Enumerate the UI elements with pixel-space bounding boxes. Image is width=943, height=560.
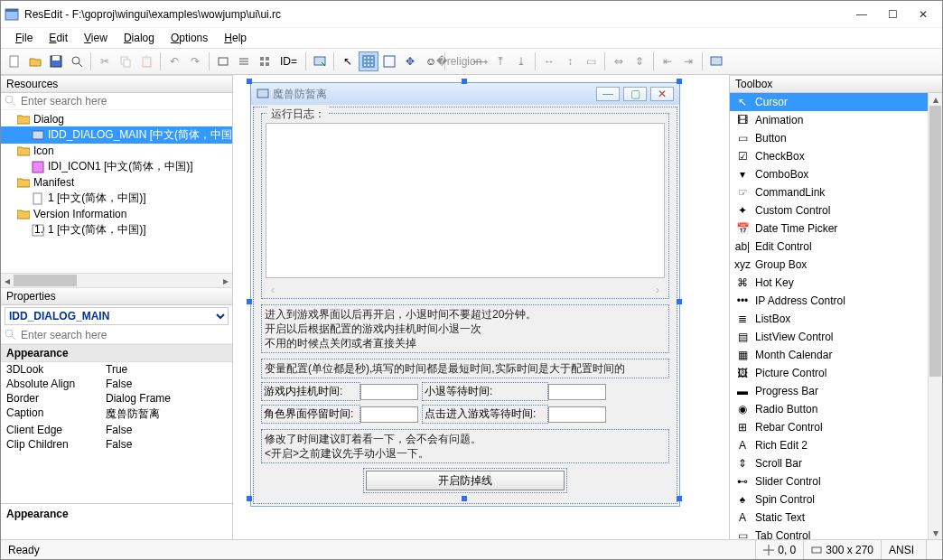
- tab-order-icon[interactable]: [706, 51, 726, 71]
- close-button[interactable]: ✕: [908, 5, 938, 24]
- handle-sw[interactable]: [247, 496, 252, 501]
- properties-selector[interactable]: IDD_DIALOG_MAIN: [5, 307, 229, 325]
- log-scroll-left[interactable]: ‹: [271, 284, 275, 296]
- scroll-left-icon[interactable]: ◂: [1, 274, 14, 287]
- tree-version[interactable]: Version Information: [1, 207, 232, 221]
- new-icon[interactable]: [5, 51, 24, 71]
- toolbox-item-scroll-bar[interactable]: ⇕Scroll Bar: [730, 454, 928, 472]
- undo-icon[interactable]: ↶: [164, 51, 184, 71]
- menu-dialog[interactable]: Dialog: [117, 30, 162, 46]
- toolbox-item-listbox[interactable]: ≣ListBox: [730, 310, 928, 328]
- tree-icon1[interactable]: IDI_ICON1 [中文(简体，中国)]: [1, 158, 232, 175]
- label-wait-time[interactable]: 小退等待时间:: [422, 382, 548, 401]
- handle-nw[interactable]: [247, 79, 252, 84]
- toolbox-item-group-box[interactable]: xyzGroup Box: [730, 256, 928, 274]
- prop-group-appearance[interactable]: Appearance: [1, 344, 232, 362]
- toolbox-item-hot-key[interactable]: ⌘Hot Key: [730, 274, 928, 292]
- prop-clientedge[interactable]: Client EdgeFalse: [1, 423, 232, 437]
- handle-e[interactable]: [677, 299, 682, 304]
- status-grip[interactable]: [926, 540, 942, 559]
- align-top-icon[interactable]: ⤒: [490, 51, 510, 71]
- resources-hscroll[interactable]: ◂▸: [1, 273, 232, 287]
- frame-icon[interactable]: [379, 51, 399, 71]
- grid-dots-icon[interactable]: [359, 51, 378, 71]
- center-v-icon[interactable]: ⇕: [630, 51, 649, 71]
- tree-manifest1[interactable]: 1 [中文(简体，中国)]: [1, 190, 232, 207]
- toolbox-item-button[interactable]: ▭Button: [730, 129, 928, 147]
- handle-se[interactable]: [677, 496, 682, 501]
- input-enter-time[interactable]: [548, 406, 606, 423]
- toolbox-item-date-time-picker[interactable]: 📅Date Time Picker: [730, 219, 928, 238]
- align-right-icon[interactable]: ⟶: [470, 51, 490, 71]
- space-h-icon[interactable]: ⇤: [658, 51, 677, 71]
- menu-options[interactable]: Options: [163, 30, 215, 46]
- tool-grid-icon[interactable]: [255, 51, 275, 71]
- label-game-time[interactable]: 游戏内挂机时间:: [261, 382, 360, 401]
- properties-search-input[interactable]: [21, 329, 229, 341]
- toolbox-item-spin-control[interactable]: ♠Spin Control: [730, 490, 928, 509]
- dialog-close-button[interactable]: ✕: [650, 87, 674, 101]
- scroll-thumb[interactable]: [14, 275, 77, 286]
- dialog-max-button[interactable]: ▢: [623, 87, 647, 101]
- static-text-1[interactable]: 进入到游戏界面以后再开启，小退时间不要超过20分钟。 开启以后根据配置的游戏内挂…: [261, 304, 669, 353]
- static-text-2[interactable]: 变量配置(单位都是秒),填写的时间都是最短时间,实际时间是大于配置时间的: [261, 359, 669, 378]
- toolbox-item-checkbox[interactable]: ☑CheckBox: [730, 147, 928, 165]
- handle-s[interactable]: [462, 496, 467, 501]
- paste-icon[interactable]: 📋: [136, 51, 156, 71]
- toolbox-vscroll[interactable]: ▴ ▾: [928, 93, 942, 539]
- prop-3dlook[interactable]: 3DLookTrue: [1, 362, 232, 377]
- groupbox-log[interactable]: 运行日志： ‹›: [261, 113, 669, 299]
- menu-file[interactable]: File: [8, 30, 40, 46]
- resources-search-input[interactable]: [21, 95, 229, 107]
- prop-clipchildren[interactable]: Clip ChildrenFalse: [1, 437, 232, 452]
- tool-list-icon[interactable]: [234, 51, 254, 71]
- toolbox-item-month-calendar[interactable]: ▦Month Calendar: [730, 346, 928, 364]
- log-scroll-right[interactable]: ›: [656, 284, 659, 296]
- toolbox-item-edit-control[interactable]: ab|Edit Control: [730, 238, 928, 256]
- scroll-up-icon[interactable]: ▴: [929, 93, 942, 106]
- dialog-min-button[interactable]: —: [596, 87, 620, 101]
- open-icon[interactable]: [25, 51, 45, 71]
- toolbox-item-combobox[interactable]: ▾ComboBox: [730, 165, 928, 183]
- toolbox-item-custom-control[interactable]: ✦Custom Control: [730, 201, 928, 219]
- toolbox-item-rebar-control[interactable]: ⊞Rebar Control: [730, 418, 928, 436]
- toolbox-item-commandlink[interactable]: ☞CommandLink: [730, 183, 928, 201]
- save-icon[interactable]: [46, 51, 66, 71]
- scroll-right-icon[interactable]: ▸: [219, 274, 232, 287]
- prop-absalign[interactable]: Absolute AlignFalse: [1, 377, 232, 391]
- cursor-tool-icon[interactable]: ↖: [338, 51, 358, 71]
- center-h-icon[interactable]: ⇔: [609, 51, 629, 71]
- toolbox-item-rich-edit-2[interactable]: ARich Edit 2: [730, 436, 928, 454]
- scroll-down-icon[interactable]: ▾: [929, 527, 942, 539]
- preview-icon[interactable]: [67, 51, 87, 71]
- toolbox-item-ip-address-control[interactable]: •••IP Address Control: [730, 292, 928, 310]
- prop-border[interactable]: BorderDialog Frame: [1, 391, 232, 406]
- space-v-icon[interactable]: ⇥: [678, 51, 698, 71]
- tree-version1[interactable]: 1.01 [中文(简体，中国)]: [1, 221, 232, 238]
- edit-log[interactable]: [266, 123, 665, 278]
- tree-icon[interactable]: Icon: [1, 144, 232, 158]
- toolbox-item-animation[interactable]: 🎞Animation: [730, 111, 928, 129]
- toolbox-item-picture-control[interactable]: 🖼Picture Control: [730, 364, 928, 382]
- minimize-button[interactable]: —: [846, 5, 877, 24]
- move-icon[interactable]: ✥: [400, 51, 420, 71]
- id-label[interactable]: ID=: [275, 51, 302, 71]
- design-surface[interactable]: 魔兽防暂离 — ▢ ✕ 运行日志： ‹› 进入到游戏界面以后再开启，小退时间不要…: [233, 75, 729, 539]
- toolbox-item-static-text[interactable]: AStatic Text: [730, 509, 928, 527]
- handle-w[interactable]: [247, 299, 252, 304]
- button-start[interactable]: 开启防掉线: [366, 471, 565, 490]
- static-text-3[interactable]: 修改了时间建议盯着看一下，会不会有问题。 <开启>之前建议先手动小退一下。: [261, 429, 669, 463]
- scroll-thumb[interactable]: [929, 106, 941, 377]
- properties-table[interactable]: Appearance 3DLookTrue Absolute AlignFals…: [1, 344, 232, 503]
- menu-edit[interactable]: Edit: [42, 30, 75, 46]
- resources-tree[interactable]: Dialog IDD_DIALOG_MAIN [中文(简体，中国)] Icon …: [1, 110, 232, 273]
- redo-icon[interactable]: ↷: [185, 51, 205, 71]
- toolbox-item-progress-bar[interactable]: ▬Progress Bar: [730, 382, 928, 400]
- toolbox-item-listview-control[interactable]: ▤ListView Control: [730, 328, 928, 346]
- toolbox-list[interactable]: ↖Cursor🎞Animation▭Button☑CheckBox▾ComboB…: [730, 93, 928, 539]
- menu-help[interactable]: Help: [217, 30, 254, 46]
- cut-icon[interactable]: ✂: [95, 51, 115, 71]
- input-stay-time[interactable]: [360, 406, 418, 423]
- tool-rect-icon[interactable]: [213, 51, 233, 71]
- align-left-icon[interactable]: �religion: [449, 51, 469, 71]
